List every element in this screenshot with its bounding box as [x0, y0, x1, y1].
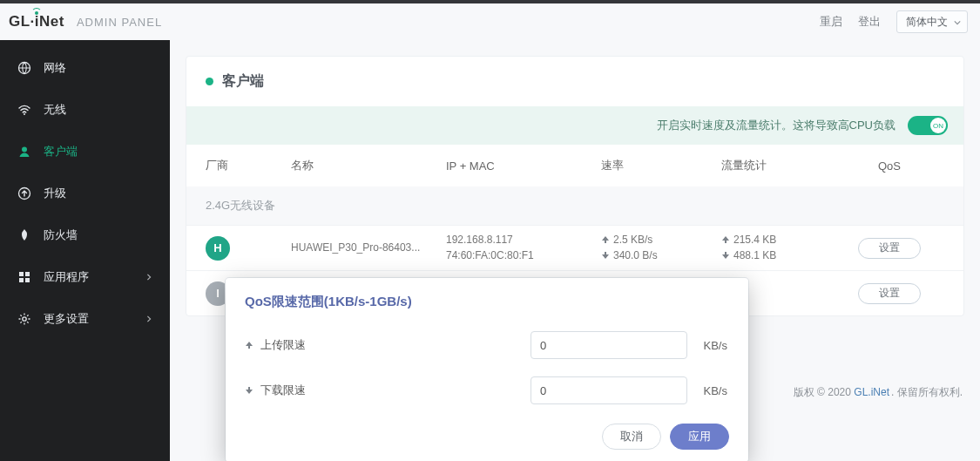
brand: GL·iNet ADMIN PANEL	[9, 13, 162, 31]
client-traffic: 215.4 KB 488.1 KB	[721, 233, 835, 263]
card-header: 客户端	[186, 57, 963, 106]
col-ban: 禁用	[944, 158, 964, 173]
traffic-toggle[interactable]: ON	[908, 116, 948, 135]
svg-point-8	[23, 317, 26, 321]
col-traffic: 流量统计	[721, 158, 835, 173]
sidebar-item-label: 应用程序	[44, 269, 89, 285]
sidebar-item-upgrade[interactable]: 升级	[0, 173, 170, 214]
rate-down: 340.0 B/s	[613, 249, 658, 261]
footer-suffix: . 保留所有权利.	[891, 386, 963, 398]
logout-link[interactable]: 登出	[858, 14, 881, 30]
firewall-icon	[17, 228, 31, 242]
client-name: HUAWEI_P30_Pro-86403...	[291, 241, 439, 255]
svg-point-1	[24, 113, 25, 115]
modal-title: QoS限速范围(1KB/s-1GB/s)	[226, 278, 748, 322]
svg-rect-5	[25, 272, 30, 276]
qos-modal: QoS限速范围(1KB/s-1GB/s) 上传限速 KB/s 下载限速 KB/s…	[226, 278, 748, 461]
wifi-icon	[17, 103, 31, 117]
col-ip-mac: IP + MAC	[446, 159, 594, 173]
download-label: 下载限速	[260, 383, 306, 398]
sidebar-item-label: 升级	[44, 186, 66, 201]
vendor-badge: H	[206, 236, 230, 261]
svg-point-2	[22, 147, 27, 153]
col-name: 名称	[291, 158, 439, 173]
footer-link[interactable]: GL.iNet	[854, 386, 889, 398]
rate-up: 2.5 KB/s	[613, 234, 652, 246]
col-vendor: 厂商	[206, 158, 284, 173]
toggle-knob: ON	[930, 118, 946, 133]
modal-row-download: 下载限速 KB/s	[226, 368, 748, 413]
upgrade-icon	[17, 186, 31, 200]
apply-button[interactable]: 应用	[670, 424, 729, 450]
traffic-up: 215.4 KB	[733, 234, 776, 246]
svg-rect-6	[19, 278, 24, 282]
modal-row-upload: 上传限速 KB/s	[226, 322, 748, 368]
svg-rect-4	[19, 272, 24, 276]
wifi-dot-icon	[35, 11, 38, 15]
footer-prefix: 版权 © 2020	[794, 386, 855, 398]
sidebar-item-label: 防火墙	[44, 227, 78, 243]
sidebar-item-firewall[interactable]: 防火墙	[0, 214, 170, 256]
sidebar-item-label: 网络	[44, 60, 66, 76]
upload-label: 上传限速	[260, 337, 306, 353]
topbar-right: 重启 登出 简体中文	[820, 10, 968, 33]
status-dot-icon	[206, 78, 213, 85]
globe-icon	[17, 61, 31, 75]
modal-actions: 取消 应用	[226, 413, 748, 450]
arrow-up-icon	[601, 235, 610, 244]
gear-icon	[17, 312, 31, 326]
language-select[interactable]: 简体中文	[896, 10, 968, 33]
qos-button[interactable]: 设置	[858, 283, 921, 304]
sidebar-item-label: 客户端	[44, 144, 78, 159]
client-mac: 74:60:FA:0C:80:F1	[446, 248, 594, 263]
brand-logo: GL·iNet	[9, 13, 64, 31]
sidebar-item-label: 无线	[44, 102, 66, 118]
topbar: GL·iNet ADMIN PANEL 重启 登出 简体中文	[0, 0, 980, 40]
cancel-button[interactable]: 取消	[602, 424, 661, 450]
client-ipmac: 192.168.8.117 74:60:FA:0C:80:F1	[446, 233, 594, 263]
sidebar-item-more[interactable]: 更多设置	[0, 298, 170, 340]
sidebar-item-label: 更多设置	[44, 311, 89, 327]
col-qos: QoS	[841, 159, 937, 173]
footer: 版权 © 2020 GL.iNet. 保留所有权利.	[794, 385, 964, 400]
upload-input[interactable]	[531, 331, 687, 359]
download-unit: KB/s	[704, 384, 727, 397]
group-24g-label: 2.4G无线设备	[206, 198, 275, 214]
traffic-hint: 开启实时速度及流量统计。这将导致高CPU负载	[657, 118, 896, 133]
client-ip: 192.168.8.117	[446, 233, 594, 247]
arrow-down-icon	[601, 251, 610, 260]
traffic-down: 488.1 KB	[733, 249, 776, 261]
sidebar-item-wireless[interactable]: 无线	[0, 89, 170, 131]
client-rate: 2.5 KB/s 340.0 B/s	[601, 233, 714, 263]
sidebar-item-network[interactable]: 网络	[0, 47, 170, 89]
arrow-down-icon	[245, 386, 253, 395]
sidebar-item-clients[interactable]: 客户端	[0, 131, 170, 173]
reboot-link[interactable]: 重启	[820, 14, 842, 30]
arrow-up-icon	[721, 235, 730, 244]
sidebar-item-apps[interactable]: 应用程序	[0, 256, 170, 298]
sidebar: 网络 无线 客户端 升级 防火墙 应用程序 更多设置	[0, 40, 170, 461]
download-input[interactable]	[531, 376, 687, 404]
chevron-right-icon	[145, 315, 152, 322]
arrow-down-icon	[721, 251, 730, 260]
table-head: 厂商 名称 IP + MAC 速率 流量统计 QoS 禁用	[186, 145, 963, 186]
chevron-right-icon	[145, 274, 152, 281]
user-icon	[17, 145, 31, 159]
group-24g: 2.4G无线设备	[186, 186, 963, 225]
svg-rect-7	[25, 278, 30, 282]
chevron-down-icon	[954, 19, 961, 26]
traffic-toggle-strip: 开启实时速度及流量统计。这将导致高CPU负载 ON	[186, 106, 963, 145]
page-title: 客户端	[222, 72, 264, 91]
table-row: H HUAWEI_P30_Pro-86403... 192.168.8.117 …	[186, 225, 963, 270]
language-label: 简体中文	[906, 15, 948, 30]
qos-button[interactable]: 设置	[858, 238, 921, 259]
arrow-up-icon	[245, 341, 253, 349]
grid-icon	[17, 270, 31, 284]
brand-subtitle: ADMIN PANEL	[77, 16, 162, 29]
upload-unit: KB/s	[704, 339, 727, 352]
col-rate: 速率	[601, 158, 714, 173]
